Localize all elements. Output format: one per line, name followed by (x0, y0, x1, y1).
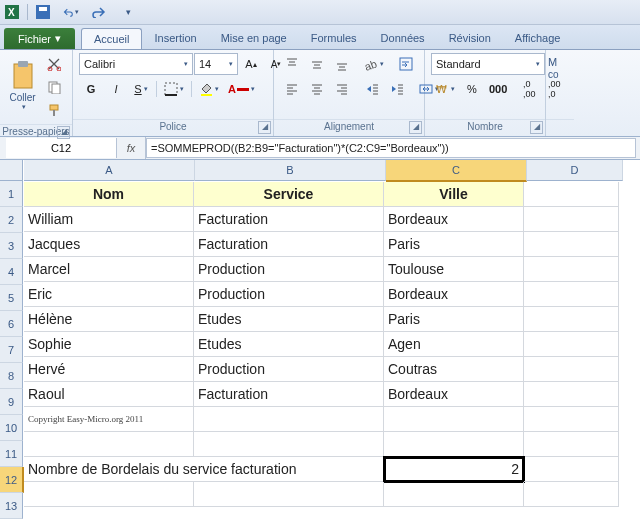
save-button[interactable] (31, 2, 55, 22)
cell[interactable]: Facturation (194, 382, 384, 407)
cell[interactable] (24, 482, 194, 507)
increase-indent-button[interactable] (385, 78, 409, 100)
paste-button[interactable]: Coller▾ (6, 53, 39, 116)
cell[interactable]: Eric (24, 282, 194, 307)
cell[interactable]: Bordeaux (384, 207, 524, 232)
align-bottom-button[interactable] (330, 53, 354, 75)
cell[interactable]: Toulouse (384, 257, 524, 282)
cell[interactable]: Production (194, 257, 384, 282)
column-header[interactable]: C (386, 160, 527, 182)
tab-insertion[interactable]: Insertion (142, 28, 208, 49)
undo-button[interactable]: ▾ (59, 2, 83, 22)
dialog-launcher-icon[interactable]: ◢ (530, 121, 543, 134)
formula-input[interactable]: =SOMMEPROD((B2:B9="Facturation")*(C2:C9=… (146, 138, 636, 158)
qat-customize-button[interactable]: ▾ (115, 2, 139, 22)
row-header[interactable]: 9 (0, 389, 23, 415)
header-cell[interactable]: Ville (384, 182, 524, 207)
bold-button[interactable]: G (79, 78, 103, 100)
tab-accueil[interactable]: Accueil (81, 28, 142, 49)
cell[interactable]: Production (194, 282, 384, 307)
row-header[interactable]: 11 (0, 441, 23, 467)
border-button[interactable]: ▾ (160, 78, 188, 100)
fill-color-button[interactable]: ▾ (195, 78, 223, 100)
align-middle-button[interactable] (305, 53, 329, 75)
increase-decimal-button[interactable]: ,0,00 (517, 78, 541, 100)
tab-affichage[interactable]: Affichage (503, 28, 573, 49)
column-header[interactable]: A (24, 160, 195, 181)
align-center-button[interactable] (305, 78, 329, 100)
select-all-corner[interactable] (0, 160, 23, 181)
cell[interactable]: Production (194, 357, 384, 382)
cell[interactable] (384, 407, 524, 432)
format-painter-button[interactable] (42, 99, 66, 121)
accounting-format-button[interactable]: ₩▾ (431, 78, 459, 100)
dialog-launcher-icon[interactable]: ◢ (409, 121, 422, 134)
cell[interactable]: Marcel (24, 257, 194, 282)
dialog-launcher-icon[interactable]: ◢ (258, 121, 271, 134)
query-label-cell[interactable]: Nombre de Bordelais du service facturati… (24, 457, 384, 482)
cell[interactable] (524, 257, 619, 282)
tab-données[interactable]: Données (369, 28, 437, 49)
cell[interactable]: Agen (384, 332, 524, 357)
cell[interactable] (524, 232, 619, 257)
cell[interactable]: Jacques (24, 232, 194, 257)
cell[interactable] (194, 432, 384, 457)
grow-font-button[interactable]: A▴ (239, 53, 263, 75)
tab-mise-en-page[interactable]: Mise en page (209, 28, 299, 49)
row-header[interactable]: 7 (0, 337, 23, 363)
cell[interactable] (524, 282, 619, 307)
file-tab[interactable]: Fichier▾ (4, 28, 75, 49)
cell[interactable] (524, 182, 619, 207)
cell[interactable] (384, 432, 524, 457)
row-header[interactable]: 1 (0, 181, 23, 207)
underline-button[interactable]: S▾ (129, 78, 153, 100)
cell[interactable] (524, 307, 619, 332)
decrease-indent-button[interactable] (360, 78, 384, 100)
row-header[interactable]: 3 (0, 233, 23, 259)
cell[interactable]: Raoul (24, 382, 194, 407)
cell[interactable] (194, 407, 384, 432)
tab-formules[interactable]: Formules (299, 28, 369, 49)
align-left-button[interactable] (280, 78, 304, 100)
cell[interactable] (524, 482, 619, 507)
header-cell[interactable]: Nom (24, 182, 194, 207)
row-header[interactable]: 4 (0, 259, 23, 285)
cell[interactable]: Hervé (24, 357, 194, 382)
comma-button[interactable]: 000 (485, 78, 511, 100)
cell[interactable]: Facturation (194, 232, 384, 257)
row-header[interactable]: 10 (0, 415, 23, 441)
cell[interactable] (524, 457, 619, 482)
cell[interactable] (524, 432, 619, 457)
cell[interactable]: Etudes (194, 307, 384, 332)
row-header[interactable]: 8 (0, 363, 23, 389)
font-size-select[interactable]: 14▾ (194, 53, 238, 75)
redo-button[interactable] (87, 2, 111, 22)
header-cell[interactable]: Service (194, 182, 384, 207)
cell[interactable] (384, 482, 524, 507)
row-header[interactable]: 12 (0, 467, 24, 493)
tab-révision[interactable]: Révision (437, 28, 503, 49)
cell[interactable]: Bordeaux (384, 382, 524, 407)
row-header[interactable]: 5 (0, 285, 23, 311)
wrap-text-button[interactable] (394, 53, 418, 75)
row-header[interactable]: 2 (0, 207, 23, 233)
cell[interactable] (524, 332, 619, 357)
cell[interactable]: Paris (384, 232, 524, 257)
dialog-launcher-icon[interactable]: ◢ (57, 126, 70, 139)
query-result-cell[interactable]: 2 (384, 457, 524, 482)
font-color-button[interactable]: A▾ (224, 78, 259, 100)
percent-button[interactable]: % (460, 78, 484, 100)
number-format-select[interactable]: Standard▾ (431, 53, 545, 75)
cell[interactable]: William (24, 207, 194, 232)
copy-button[interactable] (42, 76, 66, 98)
cell[interactable]: Etudes (194, 332, 384, 357)
align-right-button[interactable] (330, 78, 354, 100)
cell[interactable] (194, 482, 384, 507)
align-top-button[interactable] (280, 53, 304, 75)
name-box[interactable] (6, 138, 117, 158)
copyright-cell[interactable]: Copyright Easy-Micro.org 2011 (24, 407, 194, 432)
cell[interactable]: Paris (384, 307, 524, 332)
cell[interactable]: Facturation (194, 207, 384, 232)
cell[interactable]: Bordeaux (384, 282, 524, 307)
italic-button[interactable]: I (104, 78, 128, 100)
